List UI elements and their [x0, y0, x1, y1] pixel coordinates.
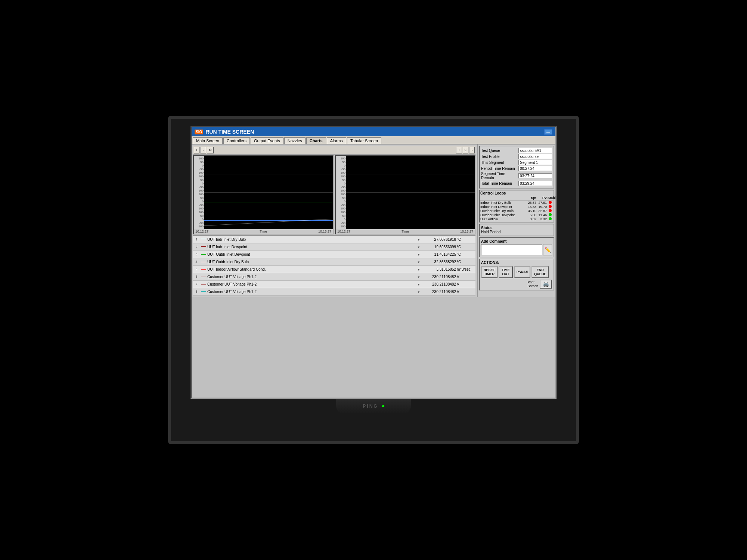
control-loops-table: Control Loops Spt PV Stable Indoor Inlet…	[479, 190, 554, 223]
row-icon-6	[201, 275, 206, 279]
control-loops-header: Spt PV Stable	[480, 196, 553, 200]
chart-seg-r3	[346, 193, 475, 211]
cl-row-4: Outdoor Inlet Dewpoint 5.00 11.46	[480, 213, 553, 217]
period-time-value: 00:27:24	[518, 166, 552, 171]
table-row: 2 UUT Indr Inlet Dewpoint ▼ 19.69556099 …	[193, 243, 475, 251]
right-chart-inner	[346, 156, 475, 229]
chart-wave-button[interactable]: ~	[200, 147, 206, 153]
segment-time-value: 03:27:24	[518, 173, 552, 178]
table-row: 3 UUT Outdr Inlet Dewpoint ▼ 11.46164225…	[193, 251, 475, 258]
end-queue-button[interactable]: ENDQUEUE	[531, 266, 549, 278]
tab-tabular-screen[interactable]: Tabular Screen	[347, 137, 381, 144]
chart-add-button-r[interactable]: +	[456, 147, 462, 153]
row-icon-1	[201, 237, 206, 241]
row-icon-8	[201, 290, 206, 293]
left-y-labels: 100 50 0 -50 -100 100 50 0 -50 -100 100	[194, 156, 204, 229]
left-time-start: 10:12:27	[195, 230, 208, 233]
left-time-end: 10:13:27	[318, 230, 331, 233]
table-row: 7 Customer UUT Voltage Ph1-2 ▼ 230.21108…	[193, 281, 475, 288]
chart-seg-r1	[346, 156, 475, 174]
right-y-labels: 100 50 0 -50 -100 100 50 0 -50 -100 100	[336, 156, 346, 229]
comment-label: Add Comment	[481, 239, 552, 243]
screen: SIO RUN TIME SCREEN — Main Screen Contro…	[190, 126, 557, 399]
chart-seg-1	[204, 156, 333, 174]
tab-output-events[interactable]: Output Events	[251, 137, 283, 144]
pause-button[interactable]: PAUSE	[514, 266, 530, 278]
this-segment-value: Segment 1	[518, 160, 552, 165]
tab-main-screen[interactable]: Main Screen	[193, 137, 223, 144]
title-bar: SIO RUN TIME SCREEN —	[192, 127, 555, 136]
left-time-label: Time	[260, 230, 267, 233]
table-row: 8 Customer UUT Voltage Ph1-2 ▼ 230.21108…	[193, 288, 475, 296]
app-logo: SIO	[195, 130, 203, 134]
stable-dot-5	[549, 217, 552, 220]
monitor-stand: PING	[336, 399, 411, 414]
status-label: Status	[481, 226, 552, 230]
main-content: + ~ ⚙ + 9 ~ 100 50	[192, 144, 555, 297]
stable-dot-1	[549, 201, 552, 204]
print-label: PrintScreen	[527, 280, 538, 288]
info-row-period-time: Period Time Remain 00:27:24	[481, 166, 552, 171]
tab-alarms[interactable]: Alarms	[327, 137, 346, 144]
stable-dot-2	[549, 205, 552, 208]
control-loops-title: Control Loops	[480, 191, 553, 195]
stable-dot-3	[549, 209, 552, 212]
chart-seg-4	[204, 211, 333, 229]
left-chart-panel: 100 50 0 -50 -100 100 50 0 -50 -100 100	[193, 155, 334, 234]
right-time-label: Time	[402, 230, 409, 233]
right-panel: Test Queue sscoolair5A1 Test Profile ssc…	[477, 144, 555, 297]
chart-seg-r2	[346, 174, 475, 193]
tab-charts[interactable]: Charts	[306, 137, 326, 144]
power-led	[382, 405, 384, 407]
right-time-end: 10:13:27	[460, 230, 473, 233]
chart-seg-r4	[346, 211, 475, 229]
data-table: 1 UUT Indr Inlet Dry Bulb ▼ 27.60761918 …	[193, 235, 475, 296]
tab-nozzles[interactable]: Nozzles	[284, 137, 306, 144]
time-out-button[interactable]: TIMEOUT	[499, 266, 513, 278]
table-row: 4 UUT Outdr Inlet Dry Bulb ▼ 32.86568292…	[193, 258, 475, 266]
info-row-segment-time: Segment Time Remain 03:27:24	[481, 172, 552, 180]
monitor-brand: PING	[363, 404, 378, 409]
chart-seg-3	[204, 193, 333, 211]
chart-settings-button[interactable]: ⚙	[207, 147, 214, 153]
tab-bar: Main Screen Controllers Output Events No…	[192, 136, 555, 144]
test-queue-value: sscoolair5A1	[518, 148, 552, 153]
minimize-button[interactable]: —	[544, 129, 552, 135]
cl-row-5: UUT Airflow 3.32 3.32	[480, 217, 553, 221]
actions-buttons: RESETTIMER TIMEOUT PAUSE ENDQUEUE	[481, 266, 552, 278]
info-grid: Test Queue sscoolair5A1 Test Profile ssc…	[479, 146, 554, 189]
info-row-this-segment: This Segment Segment 1	[481, 160, 552, 165]
printer-icon: 🖨️	[543, 281, 549, 287]
print-row: PrintScreen 🖨️	[481, 280, 552, 289]
status-section: Status Hold Period	[479, 224, 554, 236]
right-chart-panel: 100 50 0 -50 -100 100 50 0 -50 -100 100	[335, 155, 475, 234]
cl-row-2: Indoor Inlet Dewpoint 15.33 19.70	[480, 205, 553, 209]
chart-num-button-r[interactable]: 9	[463, 147, 468, 153]
table-row: 1 UUT Indr Inlet Dry Bulb ▼ 27.60761918 …	[193, 236, 475, 243]
info-row-total-time: Total Time Remain 03:29:24	[481, 181, 552, 186]
row-icon-4	[201, 260, 206, 264]
actions-section: ACTIONS: RESETTIMER TIMEOUT PAUSE ENDQUE…	[479, 259, 554, 290]
comment-submit-button[interactable]: ✏️	[543, 244, 552, 255]
info-row-test-profile: Test Profile sscoolairse	[481, 154, 552, 159]
comment-section: Add Comment ✏️	[479, 237, 554, 257]
right-time-start: 10:12:27	[337, 230, 350, 233]
chart-wave-button-r[interactable]: ~	[469, 147, 475, 153]
cl-row-3: Outdoor Inlet Dry Bulb 35.10 32.87	[480, 209, 553, 213]
table-row: 6 Customer UUT Voltage Ph1-2 ▼ 230.21108…	[193, 273, 475, 281]
stable-dot-4	[549, 213, 552, 216]
total-time-value: 03:29:24	[518, 181, 552, 186]
info-row-test-queue: Test Queue sscoolair5A1	[481, 148, 552, 153]
chart-toolbar-top: + ~ ⚙ + 9 ~	[193, 146, 475, 155]
row-icon-3	[201, 252, 206, 256]
comment-textarea[interactable]	[481, 244, 542, 255]
charts-area: + ~ ⚙ + 9 ~ 100 50	[192, 144, 477, 297]
reset-timer-button[interactable]: RESETTIMER	[481, 266, 498, 278]
table-row: 5 UUT Indoor Airflow Standard Cond. ▼ 3.…	[193, 266, 475, 273]
tab-controllers[interactable]: Controllers	[223, 137, 250, 144]
chart-seg-2	[204, 174, 333, 193]
print-screen-button[interactable]: 🖨️	[540, 280, 552, 289]
comment-input-row: ✏️	[481, 244, 552, 255]
status-value: Hold Period	[481, 230, 552, 234]
chart-add-button[interactable]: +	[194, 147, 199, 153]
